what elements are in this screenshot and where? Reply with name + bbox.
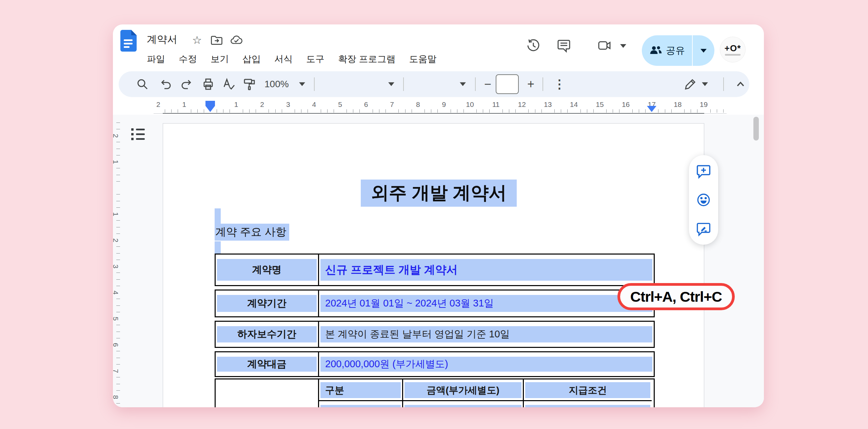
- ruler-tick: [171, 109, 172, 113]
- editing-mode-pencil-icon[interactable]: [683, 77, 698, 92]
- document-title-input[interactable]: 계약서: [147, 33, 177, 46]
- ruler-tick: [116, 364, 120, 365]
- ruler-tick: [457, 109, 457, 113]
- spell-check-icon[interactable]: [221, 77, 236, 92]
- search-menus-icon[interactable]: [135, 77, 150, 92]
- font-size-input[interactable]: [496, 74, 519, 94]
- ruler-tick: [116, 279, 120, 280]
- menu-파일[interactable]: 파일: [147, 53, 165, 65]
- horizontal-ruler[interactable]: 2112345678910111213141516171819: [113, 100, 764, 115]
- vertical-ruler[interactable]: 2112345678: [113, 115, 122, 407]
- ruler-number: 12: [518, 100, 526, 109]
- font-dropdown-arrow[interactable]: [460, 82, 466, 86]
- account-avatar[interactable]: +O*: [720, 37, 746, 62]
- ruler-tick: [116, 155, 120, 155]
- google-docs-logo[interactable]: [120, 30, 137, 52]
- star-icon[interactable]: ☆: [190, 33, 204, 47]
- ruler-tick: [204, 109, 204, 113]
- suggest-edits-button[interactable]: [696, 221, 711, 237]
- editing-mode-dropdown-arrow[interactable]: [702, 82, 708, 86]
- menu-확장 프로그램[interactable]: 확장 프로그램: [338, 53, 396, 65]
- menu-삽입[interactable]: 삽입: [242, 53, 261, 65]
- ruler-tick: [116, 390, 120, 391]
- row-value-cell[interactable]: 200,000,000원 (부가세별도): [319, 352, 654, 376]
- paint-format-icon[interactable]: [242, 77, 257, 92]
- menu-서식[interactable]: 서식: [274, 53, 293, 65]
- print-icon[interactable]: [201, 77, 216, 92]
- ruler-tick: [437, 109, 438, 113]
- emoji-reaction-button[interactable]: [696, 192, 711, 208]
- ruler-tick: [116, 312, 120, 312]
- toolbar-divider: [723, 77, 724, 91]
- table-row: 계약기간2024년 01월 01일 ~ 2024년 03월 31일: [215, 290, 655, 317]
- menu-도움말[interactable]: 도움말: [409, 53, 437, 65]
- row-label-cell[interactable]: 계약기간: [216, 291, 319, 316]
- move-to-folder-icon[interactable]: [210, 33, 223, 47]
- decrease-font-size-button[interactable]: −: [484, 78, 491, 90]
- section-heading-selected[interactable]: 계약 주요 사항: [215, 224, 289, 241]
- scrollbar-thumb[interactable]: [753, 117, 759, 141]
- zoom-select[interactable]: 100%: [264, 79, 289, 90]
- video-call-dropdown-arrow[interactable]: [620, 44, 626, 48]
- ruler-tick: [386, 109, 386, 113]
- ruler-number: 4: [312, 100, 316, 109]
- selected-empty-line: [215, 208, 221, 224]
- ruler-tick: [116, 194, 120, 194]
- row-label-cell[interactable]: 계약대금: [216, 352, 319, 376]
- first-line-indent-marker[interactable]: [205, 106, 215, 112]
- document-page[interactable]: 외주 개발 계약서 계약 주요 사항 계약명신규 프로젝트 개발 계약서계약기간…: [163, 123, 704, 407]
- ruler-tick: [334, 109, 334, 113]
- toolbar-divider: [475, 77, 476, 91]
- ruler-tick: [645, 109, 646, 113]
- row-label-cell[interactable]: 계약명: [216, 255, 319, 285]
- row-label-cell[interactable]: [216, 379, 319, 407]
- video-call-icon[interactable]: [597, 38, 612, 53]
- ruler-tick: [580, 109, 581, 113]
- ruler-tick: [197, 109, 198, 113]
- version-history-icon[interactable]: [526, 38, 541, 53]
- sub-column[interactable]: 구분: [319, 379, 402, 407]
- toolbar-divider: [542, 77, 543, 91]
- ruler-number: 2: [156, 100, 160, 109]
- redo-icon[interactable]: [180, 77, 195, 92]
- more-options-icon[interactable]: ⋮: [553, 78, 566, 90]
- ruler-number: 6: [113, 343, 120, 347]
- sub-column[interactable]: 지급조건: [523, 379, 652, 407]
- ruler-tick: [347, 109, 347, 113]
- row-value-cell[interactable]: 본 계약이 종료된 날부터 영업일 기준 10일: [319, 322, 654, 347]
- ruler-number: 3: [286, 100, 290, 109]
- ruler-tick: [116, 246, 120, 247]
- row-value-cell[interactable]: 2024년 01월 01일 ~ 2024년 03월 31일: [319, 291, 654, 316]
- cloud-saved-icon[interactable]: [230, 33, 243, 47]
- ruler-tick: [116, 260, 120, 260]
- ruler-tick: [116, 129, 120, 129]
- menu-수정[interactable]: 수정: [179, 53, 197, 65]
- left-indent-marker[interactable]: [205, 101, 215, 106]
- ruler-tick: [116, 142, 120, 142]
- share-button-group: 공유: [642, 35, 714, 66]
- ruler-tick: [613, 109, 613, 113]
- undo-icon[interactable]: [158, 77, 173, 92]
- share-button[interactable]: 공유: [642, 35, 692, 66]
- share-dropdown-button[interactable]: [692, 35, 714, 66]
- ruler-tick: [321, 109, 321, 113]
- row-label-cell[interactable]: 하자보수기간: [216, 322, 319, 347]
- right-indent-marker[interactable]: [647, 106, 656, 112]
- add-comment-button[interactable]: [696, 163, 711, 179]
- menu-보기[interactable]: 보기: [211, 53, 229, 65]
- floating-action-pill: [689, 155, 718, 245]
- ruler-tick: [116, 325, 120, 325]
- zoom-dropdown-arrow[interactable]: [299, 82, 305, 86]
- doc-main-title-selected[interactable]: 외주 개발 계약서: [361, 180, 517, 207]
- ruler-tick: [483, 109, 483, 113]
- row-value-cell[interactable]: 신규 프로젝트 개발 계약서: [319, 255, 654, 285]
- comments-icon[interactable]: [556, 38, 571, 53]
- sub-column[interactable]: 금액(부가세별도): [402, 379, 523, 407]
- show-outline-icon[interactable]: [131, 128, 145, 143]
- styles-dropdown-arrow[interactable]: [388, 82, 394, 86]
- hide-menus-chevron-icon[interactable]: [733, 77, 748, 92]
- menu-도구[interactable]: 도구: [306, 53, 324, 65]
- ruler-tick: [116, 201, 120, 201]
- increase-font-size-button[interactable]: +: [527, 78, 534, 90]
- ruler-tick: [425, 109, 425, 113]
